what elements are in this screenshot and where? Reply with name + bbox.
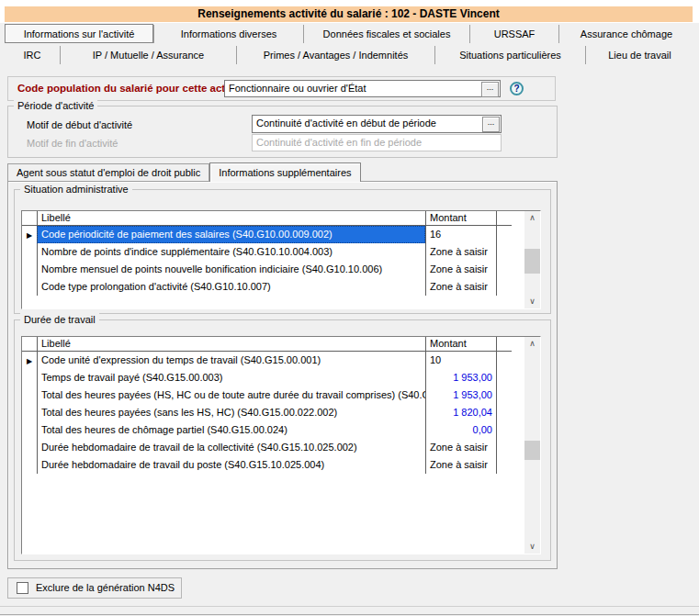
row-libelle: Code type prolongation d'activité (S40.G…: [37, 278, 425, 296]
table-row[interactable]: ▶ Code unité d'expression du temps de tr…: [22, 352, 524, 369]
exclude-n4ds-label: Exclure de la génération N4DS: [36, 578, 175, 598]
code-population-field[interactable]: Fonctionnaire ou ouvrier d'État ...: [224, 80, 501, 97]
tab-assurance-chomage[interactable]: Assurance chômage: [558, 25, 693, 43]
tab-irc[interactable]: IRC: [5, 46, 60, 64]
tab-lieu-de-travail[interactable]: Lieu de travail: [585, 46, 693, 64]
table-row[interactable]: Nombre de points d'indice supplémentaire…: [22, 243, 524, 261]
row-marker-icon: ▶: [27, 231, 32, 240]
scrollbar-thumb[interactable]: [524, 441, 540, 460]
exclude-n4ds-section: Exclure de la génération N4DS: [7, 577, 182, 599]
vertical-scrollbar[interactable]: ∧ ∨: [524, 211, 540, 308]
sub-tab-bar: Agent sous statut d'emploi de droit publ…: [7, 162, 361, 182]
table-header: Libellé Montant: [22, 337, 524, 352]
table-row[interactable]: Code type prolongation d'activité (S40.G…: [22, 278, 524, 296]
table-row[interactable]: Temps de travail payé (S40.G15.00.003) 1…: [22, 369, 524, 386]
row-montant[interactable]: 16: [425, 226, 496, 243]
motif-fin-value: Continuité d'activité en fin de période: [256, 135, 422, 151]
table-empty-area: [22, 296, 524, 308]
scroll-up-icon[interactable]: ∧: [524, 211, 540, 225]
tab-informations-diverses[interactable]: Informations diverses: [153, 25, 303, 43]
title-bar: Renseignements activité du salarié : 102…: [5, 6, 693, 22]
row-montant[interactable]: 10: [425, 352, 496, 369]
row-libelle: Total des heures payées (sans les HS, HC…: [37, 404, 425, 421]
row-libelle: Code unité d'expression du temps de trav…: [37, 352, 425, 369]
table-header: Libellé Montant: [22, 211, 524, 226]
row-montant[interactable]: Zone à saisir: [425, 278, 496, 296]
row-montant[interactable]: 1 820,04: [425, 404, 496, 421]
row-montant[interactable]: 1 953,00: [425, 386, 496, 404]
scroll-down-icon[interactable]: ∨: [524, 540, 540, 554]
subtab-informations-supplementaires[interactable]: Informations supplémentaires: [209, 162, 360, 182]
tab-bar-primary: Informations sur l'activité Informations…: [5, 25, 693, 43]
tab-ip-mutuelle-assurance[interactable]: IP / Mutuelle / Assurance: [60, 46, 236, 64]
code-population-browse-button[interactable]: ...: [481, 82, 499, 97]
situation-administrative-group: Situation administrative Libellé Montant…: [14, 189, 551, 314]
row-montant[interactable]: 1 953,00: [425, 369, 496, 386]
code-population-label: Code population du salarié pour cette ac…: [17, 77, 246, 100]
tab-urssaf[interactable]: URSSAF: [469, 25, 558, 43]
table-row[interactable]: Total des heures de chômage partiel (S40…: [22, 421, 524, 439]
tab-situations-particulieres[interactable]: Situations particulières: [434, 46, 585, 64]
header-spacer-cell: [496, 337, 512, 352]
row-montant[interactable]: Zone à saisir: [425, 261, 496, 278]
scrollbar-track[interactable]: [524, 225, 540, 295]
motif-debut-field[interactable]: Continuité d'activité en début de périod…: [252, 115, 502, 133]
table-grid: Libellé Montant ▶ Code unité d'expressio…: [22, 337, 524, 554]
row-libelle: Nombre de points d'indice supplémentaire…: [37, 243, 425, 261]
row-marker-icon: ▶: [27, 357, 32, 365]
table-row[interactable]: Durée hebdomadaire de travail de la coll…: [22, 439, 524, 456]
tab-informations-sur-l-activite[interactable]: Informations sur l'activité: [5, 24, 153, 43]
window-top-band: Renseignements activité du salarié : 102…: [0, 0, 699, 23]
row-libelle: Temps de travail payé (S40.G15.00.003): [37, 369, 425, 386]
row-libelle: Code périodicité de paiement des salaire…: [37, 226, 425, 243]
situation-administrative-table: Libellé Montant ▶ Code périodicité de pa…: [21, 210, 541, 309]
row-montant[interactable]: Zone à saisir: [425, 439, 496, 456]
app-window: Renseignements activité du salarié : 102…: [0, 0, 699, 616]
row-libelle: Durée hebdomadaire de travail de la coll…: [37, 439, 425, 456]
motif-fin-field: Continuité d'activité en fin de période: [252, 134, 502, 151]
tab-primes-avantages-indemnites[interactable]: Primes / Avantages / Indemnités: [236, 46, 434, 64]
vertical-scrollbar[interactable]: ∧ ∨: [524, 337, 540, 554]
code-population-value: Fonctionnaire ou ouvrier d'État: [229, 81, 366, 96]
row-montant[interactable]: Zone à saisir: [425, 456, 496, 474]
exclude-n4ds-checkbox[interactable]: [17, 582, 28, 594]
subtab-agent-sous-statut[interactable]: Agent sous statut d'emploi de droit publ…: [7, 163, 209, 182]
scrollbar-track[interactable]: [524, 351, 540, 540]
header-marker-cell: [22, 211, 37, 226]
tab-bar-secondary: IRC IP / Mutuelle / Assurance Primes / A…: [5, 46, 693, 64]
table-row[interactable]: ▶ Code périodicité de paiement des salai…: [22, 226, 524, 243]
bottom-divider: [0, 606, 699, 607]
motif-fin-label: Motif de fin d'activité: [27, 135, 118, 152]
table-row[interactable]: Total des heures payées (HS, HC ou de to…: [22, 386, 524, 404]
window-bottom-edge: [0, 614, 699, 615]
row-libelle: Total des heures payées (HS, HC ou de to…: [37, 386, 425, 404]
header-libelle: Libellé: [37, 211, 425, 226]
row-libelle: Total des heures de chômage partiel (S40…: [37, 421, 425, 439]
help-icon[interactable]: ?: [510, 82, 524, 95]
situation-administrative-title: Situation administrative: [20, 183, 132, 196]
motif-debut-label: Motif de début d'activité: [27, 116, 132, 134]
table-row[interactable]: Total des heures payées (sans les HS, HC…: [22, 404, 524, 421]
table-empty-area: [22, 474, 524, 554]
header-marker-cell: [22, 337, 37, 352]
duree-de-travail-title: Durée de travail: [20, 313, 99, 326]
table-grid: Libellé Montant ▶ Code périodicité de pa…: [22, 211, 524, 308]
scrollbar-thumb[interactable]: [524, 249, 540, 274]
motif-debut-browse-button[interactable]: ...: [482, 117, 500, 132]
periode-activite-title: Période d'activité: [14, 99, 97, 112]
informations-supplementaires-panel: Situation administrative Libellé Montant…: [7, 181, 558, 569]
code-population-section: Code population du salarié pour cette ac…: [7, 76, 556, 101]
header-montant: Montant: [425, 337, 496, 352]
row-montant[interactable]: 0,00: [425, 421, 496, 439]
table-row[interactable]: Nombre mensuel de points nouvelle bonifi…: [22, 261, 524, 278]
header-spacer-cell: [496, 211, 512, 226]
header-montant: Montant: [425, 211, 496, 226]
scroll-up-icon[interactable]: ∧: [524, 337, 540, 351]
tab-donnees-fiscales-et-sociales[interactable]: Données fiscales et sociales: [303, 25, 469, 43]
page-title: Renseignements activité du salarié : 102…: [197, 7, 500, 20]
table-row[interactable]: Durée hebdomadaire de travail du poste (…: [22, 456, 524, 474]
row-montant[interactable]: Zone à saisir: [425, 243, 496, 261]
duree-de-travail-table: Libellé Montant ▶ Code unité d'expressio…: [21, 336, 541, 554]
periode-activite-group: Période d'activité Motif de début d'acti…: [7, 106, 558, 158]
scroll-down-icon[interactable]: ∨: [524, 295, 540, 308]
